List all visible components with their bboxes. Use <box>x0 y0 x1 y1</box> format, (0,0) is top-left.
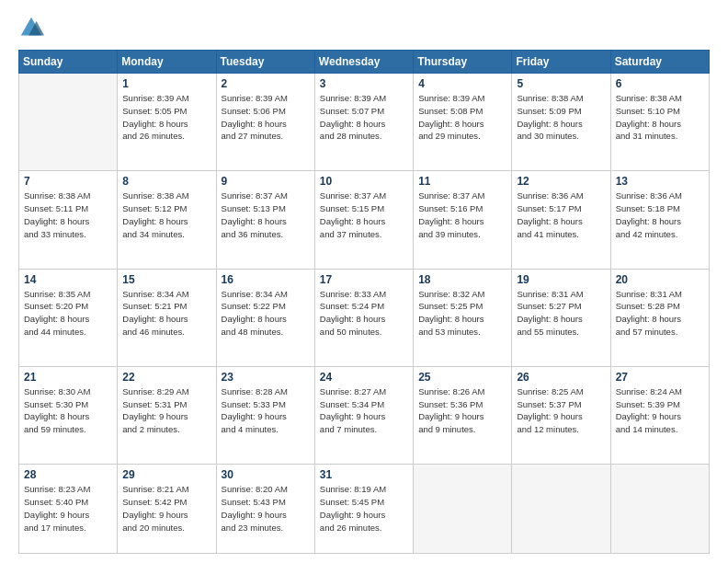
day-info: Sunrise: 8:31 AMSunset: 5:28 PMDaylight:… <box>616 288 704 339</box>
calendar-cell: 10Sunrise: 8:37 AMSunset: 5:15 PMDayligh… <box>314 171 413 269</box>
page: SundayMondayTuesdayWednesdayThursdayFrid… <box>0 0 728 563</box>
logo <box>18 15 48 40</box>
day-number: 3 <box>320 77 408 90</box>
calendar-cell: 26Sunrise: 8:25 AMSunset: 5:37 PMDayligh… <box>512 366 610 464</box>
calendar-cell <box>610 465 709 554</box>
calendar-cell: 31Sunrise: 8:19 AMSunset: 5:45 PMDayligh… <box>314 465 413 554</box>
calendar-cell <box>414 465 512 554</box>
day-info: Sunrise: 8:25 AMSunset: 5:37 PMDaylight:… <box>517 385 605 436</box>
day-number: 7 <box>24 175 112 188</box>
weekday-header: Monday <box>118 51 216 74</box>
day-info: Sunrise: 8:39 AMSunset: 5:06 PMDaylight:… <box>222 92 310 143</box>
day-number: 26 <box>517 371 605 384</box>
day-info: Sunrise: 8:38 AMSunset: 5:10 PMDaylight:… <box>616 92 704 143</box>
day-info: Sunrise: 8:37 AMSunset: 5:16 PMDaylight:… <box>418 190 506 240</box>
header <box>18 15 710 40</box>
day-info: Sunrise: 8:28 AMSunset: 5:33 PMDaylight:… <box>222 385 310 436</box>
weekday-header: Sunday <box>19 51 118 74</box>
day-number: 4 <box>418 77 506 90</box>
day-info: Sunrise: 8:32 AMSunset: 5:25 PMDaylight:… <box>418 288 506 339</box>
day-info: Sunrise: 8:34 AMSunset: 5:21 PMDaylight:… <box>122 288 210 339</box>
day-info: Sunrise: 8:39 AMSunset: 5:07 PMDaylight:… <box>320 92 408 143</box>
calendar-cell: 19Sunrise: 8:31 AMSunset: 5:27 PMDayligh… <box>512 269 610 366</box>
weekday-header: Tuesday <box>216 51 314 74</box>
day-number: 22 <box>122 371 210 384</box>
day-info: Sunrise: 8:39 AMSunset: 5:08 PMDaylight:… <box>418 92 506 143</box>
calendar-cell: 30Sunrise: 8:20 AMSunset: 5:43 PMDayligh… <box>216 465 314 554</box>
day-number: 31 <box>320 468 408 481</box>
calendar-week-row: 1Sunrise: 8:39 AMSunset: 5:05 PMDaylight… <box>19 74 710 171</box>
weekday-header: Saturday <box>610 51 709 74</box>
calendar-cell: 25Sunrise: 8:26 AMSunset: 5:36 PMDayligh… <box>414 366 512 464</box>
day-number: 17 <box>320 273 408 286</box>
calendar-cell: 8Sunrise: 8:38 AMSunset: 5:12 PMDaylight… <box>118 171 216 269</box>
day-number: 27 <box>616 371 704 384</box>
calendar-body: 1Sunrise: 8:39 AMSunset: 5:05 PMDaylight… <box>19 74 710 554</box>
day-number: 29 <box>122 468 210 481</box>
calendar-cell <box>512 465 610 554</box>
day-info: Sunrise: 8:37 AMSunset: 5:13 PMDaylight:… <box>222 190 310 240</box>
day-number: 6 <box>616 77 704 90</box>
day-number: 15 <box>122 273 210 286</box>
day-number: 18 <box>418 273 506 286</box>
calendar-cell: 3Sunrise: 8:39 AMSunset: 5:07 PMDaylight… <box>314 74 413 171</box>
calendar-cell: 9Sunrise: 8:37 AMSunset: 5:13 PMDaylight… <box>216 171 314 269</box>
day-info: Sunrise: 8:39 AMSunset: 5:05 PMDaylight:… <box>122 92 210 143</box>
day-info: Sunrise: 8:36 AMSunset: 5:18 PMDaylight:… <box>616 190 704 240</box>
calendar-cell: 23Sunrise: 8:28 AMSunset: 5:33 PMDayligh… <box>216 366 314 464</box>
day-number: 28 <box>24 468 112 481</box>
calendar-table: SundayMondayTuesdayWednesdayThursdayFrid… <box>18 50 710 554</box>
calendar-cell: 18Sunrise: 8:32 AMSunset: 5:25 PMDayligh… <box>414 269 512 366</box>
day-number: 23 <box>222 371 310 384</box>
calendar-cell: 29Sunrise: 8:21 AMSunset: 5:42 PMDayligh… <box>118 465 216 554</box>
calendar-cell: 4Sunrise: 8:39 AMSunset: 5:08 PMDaylight… <box>414 74 512 171</box>
day-number: 16 <box>222 273 310 286</box>
day-number: 1 <box>122 77 210 90</box>
day-number: 13 <box>616 175 704 188</box>
day-number: 30 <box>222 468 310 481</box>
day-number: 20 <box>616 273 704 286</box>
weekday-header-row: SundayMondayTuesdayWednesdayThursdayFrid… <box>19 51 710 74</box>
day-number: 11 <box>418 175 506 188</box>
day-number: 24 <box>320 371 408 384</box>
calendar-cell: 2Sunrise: 8:39 AMSunset: 5:06 PMDaylight… <box>216 74 314 171</box>
calendar-cell: 24Sunrise: 8:27 AMSunset: 5:34 PMDayligh… <box>314 366 413 464</box>
weekday-header: Friday <box>512 51 610 74</box>
day-info: Sunrise: 8:31 AMSunset: 5:27 PMDaylight:… <box>517 288 605 339</box>
day-info: Sunrise: 8:27 AMSunset: 5:34 PMDaylight:… <box>320 385 408 436</box>
logo-icon <box>18 15 44 40</box>
weekday-header: Thursday <box>414 51 512 74</box>
day-info: Sunrise: 8:36 AMSunset: 5:17 PMDaylight:… <box>517 190 605 240</box>
calendar-cell: 16Sunrise: 8:34 AMSunset: 5:22 PMDayligh… <box>216 269 314 366</box>
calendar-cell: 20Sunrise: 8:31 AMSunset: 5:28 PMDayligh… <box>610 269 709 366</box>
day-number: 10 <box>320 175 408 188</box>
weekday-header: Wednesday <box>314 51 413 74</box>
day-number: 19 <box>517 273 605 286</box>
calendar-week-row: 21Sunrise: 8:30 AMSunset: 5:30 PMDayligh… <box>19 366 710 464</box>
calendar-cell: 11Sunrise: 8:37 AMSunset: 5:16 PMDayligh… <box>414 171 512 269</box>
day-number: 14 <box>24 273 112 286</box>
calendar-cell: 13Sunrise: 8:36 AMSunset: 5:18 PMDayligh… <box>610 171 709 269</box>
day-info: Sunrise: 8:34 AMSunset: 5:22 PMDaylight:… <box>222 288 310 339</box>
calendar-week-row: 28Sunrise: 8:23 AMSunset: 5:40 PMDayligh… <box>19 465 710 554</box>
calendar-cell: 21Sunrise: 8:30 AMSunset: 5:30 PMDayligh… <box>19 366 118 464</box>
calendar-cell: 27Sunrise: 8:24 AMSunset: 5:39 PMDayligh… <box>610 366 709 464</box>
day-info: Sunrise: 8:21 AMSunset: 5:42 PMDaylight:… <box>122 483 210 534</box>
day-info: Sunrise: 8:30 AMSunset: 5:30 PMDaylight:… <box>24 385 112 436</box>
day-number: 8 <box>122 175 210 188</box>
calendar-week-row: 14Sunrise: 8:35 AMSunset: 5:20 PMDayligh… <box>19 269 710 366</box>
day-number: 5 <box>517 77 605 90</box>
calendar-cell: 22Sunrise: 8:29 AMSunset: 5:31 PMDayligh… <box>118 366 216 464</box>
calendar-cell: 5Sunrise: 8:38 AMSunset: 5:09 PMDaylight… <box>512 74 610 171</box>
day-info: Sunrise: 8:35 AMSunset: 5:20 PMDaylight:… <box>24 288 112 339</box>
calendar-week-row: 7Sunrise: 8:38 AMSunset: 5:11 PMDaylight… <box>19 171 710 269</box>
day-number: 12 <box>517 175 605 188</box>
day-number: 25 <box>418 371 506 384</box>
day-info: Sunrise: 8:19 AMSunset: 5:45 PMDaylight:… <box>320 483 408 534</box>
calendar-cell: 6Sunrise: 8:38 AMSunset: 5:10 PMDaylight… <box>610 74 709 171</box>
calendar-cell <box>19 74 118 171</box>
day-info: Sunrise: 8:24 AMSunset: 5:39 PMDaylight:… <box>616 385 704 436</box>
calendar-cell: 28Sunrise: 8:23 AMSunset: 5:40 PMDayligh… <box>19 465 118 554</box>
day-number: 9 <box>222 175 310 188</box>
day-info: Sunrise: 8:29 AMSunset: 5:31 PMDaylight:… <box>122 385 210 436</box>
